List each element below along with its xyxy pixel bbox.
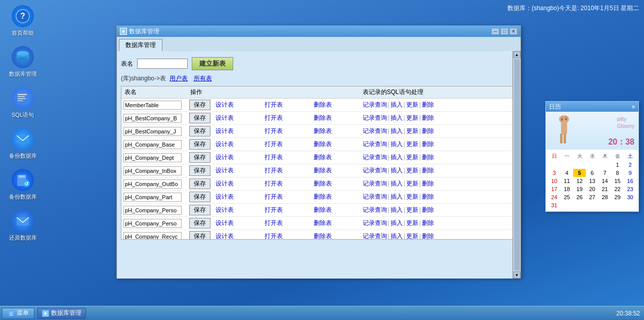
open-link-2[interactable]: 打开表 <box>265 127 283 134</box>
sql-插入-link-0[interactable]: 插入 <box>391 101 403 108</box>
open-link-10[interactable]: 打开表 <box>265 233 283 240</box>
sql-更新-link-2[interactable]: 更新 <box>406 127 418 134</box>
minimize-button[interactable]: ─ <box>491 28 499 35</box>
save-button-7[interactable]: 保存 <box>189 192 210 202</box>
open-link-7[interactable]: 打开表 <box>265 193 283 200</box>
sql-删除-link-7[interactable]: 删除 <box>422 193 434 200</box>
save-button-3[interactable]: 保存 <box>189 139 210 150</box>
sql-记录查询-link-9[interactable]: 记录查询 <box>363 219 387 226</box>
design-link-2[interactable]: 设计表 <box>216 127 234 134</box>
sql-插入-link-2[interactable]: 插入 <box>391 127 403 134</box>
sql-插入-link-4[interactable]: 插入 <box>391 154 403 161</box>
sql-插入-link-9[interactable]: 插入 <box>391 219 403 226</box>
icon-backup[interactable]: ↺ 备份数据库 <box>5 169 40 201</box>
icon-dbmgr[interactable]: 数据库管理 <box>5 46 40 78</box>
sql-更新-link-8[interactable]: 更新 <box>406 206 418 213</box>
start-button[interactable]: ☰ 菜单 <box>2 308 34 319</box>
open-link-4[interactable]: 打开表 <box>265 154 283 161</box>
sql-插入-link-3[interactable]: 插入 <box>391 141 403 148</box>
sql-更新-link-0[interactable]: 更新 <box>406 101 418 108</box>
icon-help[interactable]: ? 首页帮助 <box>5 5 40 37</box>
maximize-button[interactable]: □ <box>500 28 508 35</box>
save-button-2[interactable]: 保存 <box>189 126 210 136</box>
scrollbar-right[interactable]: ▲ ▼ <box>512 51 521 279</box>
tab-database-mgmt[interactable]: 数据库管理 <box>119 39 162 51</box>
sql-记录查询-link-6[interactable]: 记录查询 <box>363 180 387 187</box>
icon-sql[interactable]: SQL语句 <box>5 87 40 119</box>
scroll-up-arrow[interactable]: ▲ <box>513 51 521 58</box>
design-link-9[interactable]: 设计表 <box>216 219 234 226</box>
icon-mail2[interactable]: 还原数据库 <box>5 210 40 242</box>
sql-记录查询-link-4[interactable]: 记录查询 <box>363 154 387 161</box>
design-link-3[interactable]: 设计表 <box>216 141 234 148</box>
save-button-6[interactable]: 保存 <box>189 178 210 189</box>
delete-link-10[interactable]: 删除表 <box>314 233 332 240</box>
table-name-field-2[interactable] <box>123 127 182 136</box>
table-name-field-3[interactable] <box>123 140 182 149</box>
open-link-5[interactable]: 打开表 <box>265 167 283 174</box>
sql-删除-link-9[interactable]: 删除 <box>422 219 434 226</box>
sql-更新-link-3[interactable]: 更新 <box>406 141 418 148</box>
sql-更新-link-4[interactable]: 更新 <box>406 154 418 161</box>
design-link-4[interactable]: 设计表 <box>216 154 234 161</box>
sql-更新-link-9[interactable]: 更新 <box>406 219 418 226</box>
save-button-5[interactable]: 保存 <box>189 165 210 176</box>
sql-记录查询-link-7[interactable]: 记录查询 <box>363 193 387 200</box>
sql-插入-link-5[interactable]: 插入 <box>391 167 403 174</box>
sql-记录查询-link-2[interactable]: 记录查询 <box>363 127 387 134</box>
table-area[interactable]: 表名 操作 表记录的SQL语句处理 保存设计表打开表删除表记录查询|插入|更新|… <box>121 86 517 240</box>
delete-link-4[interactable]: 删除表 <box>314 154 332 161</box>
table-name-field-0[interactable] <box>123 101 182 110</box>
open-link-1[interactable]: 打开表 <box>265 114 283 121</box>
sql-删除-link-4[interactable]: 删除 <box>422 154 434 161</box>
table-name-input[interactable] <box>137 59 188 69</box>
icon-mail1[interactable]: 备份数据库 <box>5 128 40 160</box>
design-link-0[interactable]: 设计表 <box>216 101 234 108</box>
open-link-0[interactable]: 打开表 <box>265 101 283 108</box>
design-link-7[interactable]: 设计表 <box>216 193 234 200</box>
table-name-field-10[interactable] <box>123 232 182 240</box>
delete-link-1[interactable]: 删除表 <box>314 114 332 121</box>
sql-插入-link-8[interactable]: 插入 <box>391 206 403 213</box>
user-table-link[interactable]: 用户表 <box>169 75 188 82</box>
open-link-6[interactable]: 打开表 <box>265 180 283 187</box>
design-link-10[interactable]: 设计表 <box>216 233 234 240</box>
sql-插入-link-6[interactable]: 插入 <box>391 180 403 187</box>
calendar-close-button[interactable]: ✕ <box>631 104 635 110</box>
save-button-10[interactable]: 保存 <box>189 231 210 240</box>
sql-记录查询-link-0[interactable]: 记录查询 <box>363 101 387 108</box>
sql-记录查询-link-3[interactable]: 记录查询 <box>363 141 387 148</box>
table-name-field-1[interactable] <box>123 114 182 123</box>
sql-更新-link-1[interactable]: 更新 <box>406 114 418 121</box>
delete-link-5[interactable]: 删除表 <box>314 167 332 174</box>
open-link-3[interactable]: 打开表 <box>265 141 283 148</box>
sql-删除-link-3[interactable]: 删除 <box>422 141 434 148</box>
table-name-field-7[interactable] <box>123 193 182 202</box>
sql-记录查询-link-10[interactable]: 记录查询 <box>363 233 387 240</box>
create-table-button[interactable]: 建立新表 <box>192 57 233 70</box>
delete-link-9[interactable]: 删除表 <box>314 219 332 226</box>
sql-插入-link-7[interactable]: 插入 <box>391 193 403 200</box>
close-button[interactable]: ✕ <box>509 28 518 35</box>
table-name-field-5[interactable] <box>123 166 182 175</box>
sql-删除-link-5[interactable]: 删除 <box>422 167 434 174</box>
design-link-8[interactable]: 设计表 <box>216 206 234 213</box>
delete-link-2[interactable]: 删除表 <box>314 127 332 134</box>
open-link-9[interactable]: 打开表 <box>265 219 283 226</box>
design-link-1[interactable]: 设计表 <box>216 114 234 121</box>
delete-link-6[interactable]: 删除表 <box>314 180 332 187</box>
save-button-9[interactable]: 保存 <box>189 218 210 228</box>
table-name-field-6[interactable] <box>123 179 182 189</box>
sql-删除-link-2[interactable]: 删除 <box>422 127 434 134</box>
sql-删除-link-6[interactable]: 删除 <box>422 180 434 187</box>
sql-记录查询-link-8[interactable]: 记录查询 <box>363 206 387 213</box>
sql-更新-link-6[interactable]: 更新 <box>406 180 418 187</box>
sql-删除-link-1[interactable]: 删除 <box>422 114 434 121</box>
scroll-down-arrow[interactable]: ▼ <box>513 271 521 279</box>
save-button-4[interactable]: 保存 <box>189 152 210 163</box>
design-link-6[interactable]: 设计表 <box>216 180 234 187</box>
sql-记录查询-link-1[interactable]: 记录查询 <box>363 114 387 121</box>
sql-删除-link-10[interactable]: 删除 <box>422 233 434 240</box>
open-link-8[interactable]: 打开表 <box>265 206 283 213</box>
sql-更新-link-7[interactable]: 更新 <box>406 193 418 200</box>
